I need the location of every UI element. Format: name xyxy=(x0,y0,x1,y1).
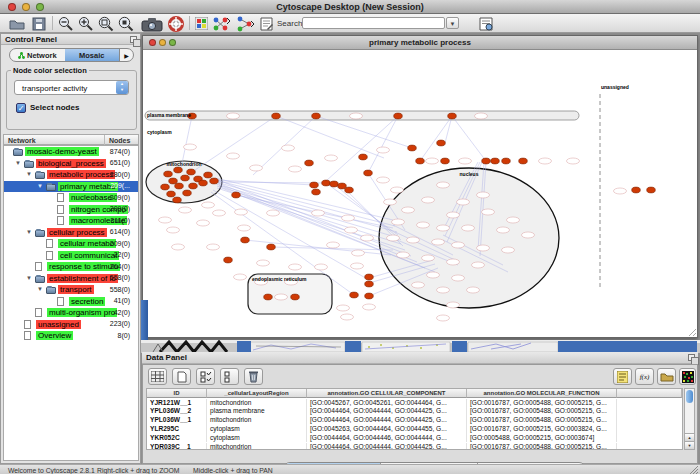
zoom-fit-icon[interactable] xyxy=(97,15,115,32)
table-cell[interactable]: [GO:0016787, GO:0005488, GO:0005215, G..… xyxy=(467,407,617,416)
table-header-cell[interactable]: annotation.GO CELLULAR_COMPONENT xyxy=(307,389,467,398)
expander-icon[interactable]: ▼ xyxy=(26,229,32,235)
import-folder-icon[interactable] xyxy=(657,368,676,385)
unselect-attributes-icon[interactable] xyxy=(220,368,239,385)
zoom-window-icon[interactable] xyxy=(169,39,176,46)
gene-node[interactable] xyxy=(437,182,450,188)
select-attributes-icon[interactable] xyxy=(196,368,215,385)
gene-node[interactable] xyxy=(350,113,363,119)
table-cell[interactable]: YDR039C__1 xyxy=(147,443,207,451)
zoom-selected-icon[interactable] xyxy=(117,15,135,32)
table-header-cell[interactable]: annotation.GO MOLECULAR_FUNCTION xyxy=(467,389,617,398)
gene-node[interactable] xyxy=(427,272,440,278)
selected-gene-node[interactable] xyxy=(232,192,241,198)
tree-row[interactable]: ▼establishment of lo558(0) xyxy=(4,273,138,285)
tab-overflow-arrow-icon[interactable]: ▶ xyxy=(119,49,133,61)
gene-node[interactable] xyxy=(337,305,350,311)
open-file-icon[interactable] xyxy=(8,15,26,32)
selected-gene-node[interactable] xyxy=(448,113,457,119)
close-icon[interactable] xyxy=(149,39,156,46)
gene-node[interactable] xyxy=(477,245,490,251)
gene-node[interactable] xyxy=(417,222,430,228)
minimize-icon[interactable] xyxy=(159,39,166,46)
scroll-down-icon[interactable]: ▼ xyxy=(685,441,694,449)
table-cell[interactable]: YPL036W__1 xyxy=(147,416,207,425)
gene-node[interactable] xyxy=(407,237,420,243)
table-cell[interactable]: [GO:0016787, GO:0005488, GO:0005215, G..… xyxy=(467,399,617,408)
selected-gene-node[interactable] xyxy=(272,113,281,119)
gene-node[interactable] xyxy=(412,282,425,288)
gene-node[interactable] xyxy=(447,302,460,308)
gene-node[interactable] xyxy=(352,250,365,256)
selected-gene-node[interactable] xyxy=(189,183,198,189)
selected-gene-node[interactable] xyxy=(181,175,190,181)
selected-gene-node[interactable] xyxy=(416,158,425,164)
selected-gene-node[interactable] xyxy=(204,172,213,178)
selected-gene-node[interactable] xyxy=(187,169,196,175)
gene-node[interactable] xyxy=(197,220,210,226)
tree-row[interactable]: cellular metabo209(0) xyxy=(4,238,138,250)
tree-row[interactable]: ▼metabolic process280(0) xyxy=(4,169,138,181)
gene-node[interactable] xyxy=(392,219,405,225)
selected-gene-node[interactable] xyxy=(312,189,321,195)
gene-node[interactable] xyxy=(467,287,480,293)
tree-row[interactable]: nitrogen compo209(0) xyxy=(4,204,138,216)
tree-row[interactable]: unassigned223(0) xyxy=(4,319,138,331)
zoom-in-icon[interactable] xyxy=(77,15,95,32)
selected-gene-node[interactable] xyxy=(199,180,208,186)
table-cell[interactable]: plasma membrane xyxy=(207,407,307,416)
selected-gene-node[interactable] xyxy=(264,294,273,300)
tree-row[interactable]: nucleobase-209(0) xyxy=(4,192,138,204)
gene-node[interactable] xyxy=(437,287,450,293)
gene-node[interactable] xyxy=(426,158,439,164)
selected-gene-node[interactable] xyxy=(312,113,321,119)
tree-row[interactable]: macromolecule311(0) xyxy=(4,215,138,227)
gene-node[interactable] xyxy=(472,262,485,268)
gene-node[interactable] xyxy=(482,209,495,215)
selected-gene-node[interactable] xyxy=(183,190,192,196)
table-cell[interactable]: [GO:0005488, GO:0005215, GO:0003674] xyxy=(467,434,617,443)
gene-node[interactable] xyxy=(250,165,263,171)
selected-gene-node[interactable] xyxy=(437,140,446,146)
gene-node[interactable] xyxy=(213,210,226,216)
gene-node[interactable] xyxy=(377,177,390,183)
table-cell[interactable]: cytoplasm xyxy=(207,425,307,434)
selected-gene-node[interactable] xyxy=(175,183,184,189)
table-cell[interactable]: YLR295C xyxy=(147,425,207,434)
selected-gene-node[interactable] xyxy=(365,274,374,280)
gene-node[interactable] xyxy=(234,274,247,280)
gene-node[interactable] xyxy=(462,225,475,231)
tree-row[interactable]: ▼biological_process651(0) xyxy=(4,158,138,170)
tree-row[interactable]: secretion41(0) xyxy=(4,296,138,308)
gene-node[interactable] xyxy=(452,242,465,248)
gene-node[interactable] xyxy=(432,239,445,245)
gene-node[interactable] xyxy=(227,113,240,119)
selected-gene-node[interactable] xyxy=(345,187,354,193)
gene-node[interactable] xyxy=(377,147,390,153)
scroll-up-icon[interactable]: ▲ xyxy=(685,433,694,441)
gene-node[interactable] xyxy=(457,199,470,205)
gene-node[interactable] xyxy=(475,113,488,119)
table-cell[interactable]: mitochondrion xyxy=(207,443,307,451)
gene-node[interactable] xyxy=(422,197,435,203)
selected-gene-node[interactable] xyxy=(338,183,347,189)
tree-row[interactable]: multi-organism pro42(0) xyxy=(4,307,138,319)
zoom-out-icon[interactable] xyxy=(57,15,75,32)
selected-gene-node[interactable] xyxy=(267,244,276,250)
table-cell[interactable]: YKR052C xyxy=(147,434,207,443)
gene-node[interactable] xyxy=(207,244,220,250)
table-cell[interactable]: cytoplasm xyxy=(207,434,307,443)
table-cell[interactable]: [GO:0016787, GO:0005488, GO:0005215, G..… xyxy=(467,443,617,451)
resize-grip-icon[interactable] xyxy=(690,466,699,474)
gene-node[interactable] xyxy=(522,232,535,238)
gene-node[interactable] xyxy=(345,227,358,233)
float-panel-icon[interactable] xyxy=(130,36,137,43)
selected-gene-node[interactable] xyxy=(502,158,511,164)
gene-node[interactable] xyxy=(167,227,180,233)
gene-node[interactable] xyxy=(361,235,374,241)
table-cell[interactable]: [GO:0044464, GO:0044444, GO:0044425, G..… xyxy=(307,443,467,451)
table-cell[interactable]: YJR121W__1 xyxy=(147,399,207,408)
selected-gene-node[interactable] xyxy=(632,187,641,193)
notes-icon[interactable] xyxy=(613,368,632,385)
layout-two-icon[interactable] xyxy=(235,15,255,32)
